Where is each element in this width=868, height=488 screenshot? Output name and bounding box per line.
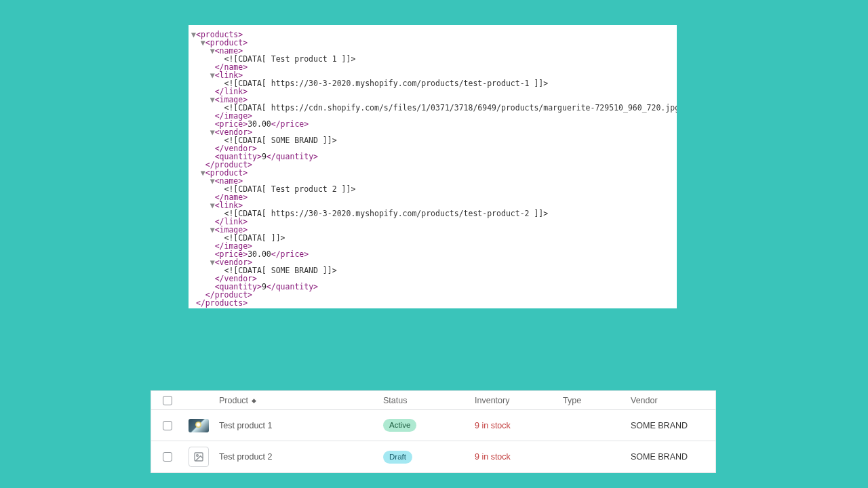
svg-point-1 <box>197 455 199 457</box>
column-header-inventory[interactable]: Inventory <box>475 396 563 405</box>
table-header-row: Product ◆ Status Inventory Type Vendor <box>151 391 715 410</box>
xml-cdata: <![CDATA[ https://cdn.shopify.com/s/file… <box>224 103 677 113</box>
column-header-vendor[interactable]: Vendor <box>631 396 712 405</box>
xml-tag: /price <box>276 119 304 129</box>
sort-icon: ◆ <box>252 397 256 404</box>
vendor-value: SOME BRAND <box>631 452 712 462</box>
table-row[interactable]: Test product 1 Active 9 in stock SOME BR… <box>151 410 715 441</box>
inventory-value: 9 in stock <box>475 421 563 430</box>
xml-tag: /products <box>201 298 243 308</box>
product-thumbnail <box>189 419 209 432</box>
xml-text: 9 <box>262 152 267 161</box>
xml-cdata: <![CDATA[ https://30-3-2020.myshopify.co… <box>224 209 548 218</box>
image-placeholder-icon <box>189 447 209 467</box>
column-header-status[interactable]: Status <box>383 396 475 405</box>
column-header-product[interactable]: Product ◆ <box>214 396 383 405</box>
xml-tag: /price <box>276 249 304 259</box>
xml-tag: /quantity <box>271 152 313 161</box>
xml-tag: /quantity <box>271 282 313 291</box>
xml-text: 9 <box>262 282 267 291</box>
xml-code-panel: ▼<products> ▼<product> ▼<name> <![CDATA[… <box>189 25 677 308</box>
status-badge: Active <box>383 419 416 432</box>
product-name: Test product 2 <box>214 452 383 462</box>
vendor-value: SOME BRAND <box>631 421 712 430</box>
table-row[interactable]: Test product 2 Draft 9 in stock SOME BRA… <box>151 441 715 472</box>
row-checkbox[interactable] <box>163 421 172 430</box>
product-name: Test product 1 <box>214 421 383 430</box>
inventory-value: 9 in stock <box>475 452 563 462</box>
column-header-type[interactable]: Type <box>563 396 631 405</box>
products-table: Product ◆ Status Inventory Type Vendor T… <box>151 390 716 473</box>
header-product-label: Product <box>219 396 248 405</box>
row-checkbox[interactable] <box>163 452 172 462</box>
select-all-checkbox[interactable] <box>163 396 172 405</box>
xml-cdata: <![CDATA[ https://30-3-2020.myshopify.co… <box>224 79 548 88</box>
status-badge: Draft <box>383 451 412 464</box>
